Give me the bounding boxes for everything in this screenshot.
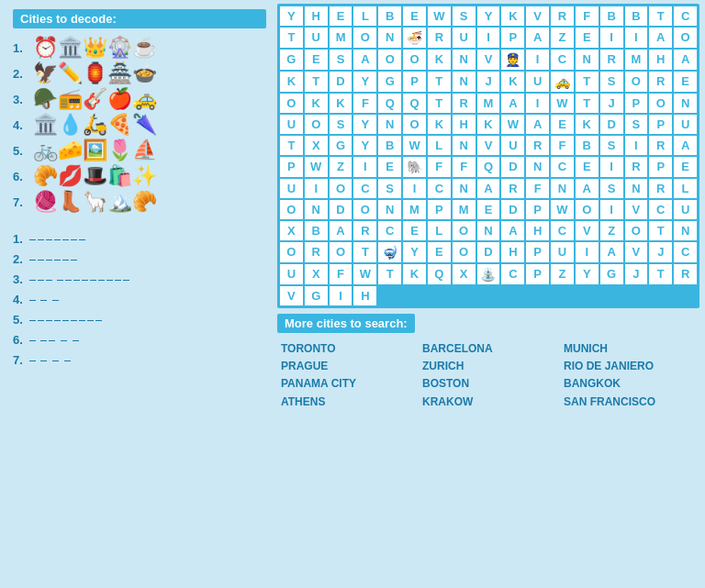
grid-cell: U: [305, 28, 328, 48]
city-item-1: 1. ⏰🏛️👑🎡☕: [13, 38, 266, 58]
grid-cell: D: [330, 72, 352, 92]
grid-cell: 🤿: [378, 242, 401, 262]
grid-cell: R: [625, 157, 648, 177]
grid-cell: N: [378, 28, 401, 48]
grid-cell: E: [403, 221, 426, 240]
grid-cell: B: [576, 136, 599, 155]
grid-cell: W: [353, 264, 376, 284]
answers-section: 1. 2. 3. 4. 5. 6. 7.: [13, 232, 266, 367]
grid-cell: K: [305, 94, 328, 113]
grid-cell: C: [674, 6, 697, 26]
grid-cell: E: [403, 6, 426, 26]
grid-cell: O: [280, 200, 303, 219]
city-san-francisco: SAN FRANCISCO: [564, 394, 696, 411]
grid-cell: N: [453, 50, 476, 70]
grid-cell: R: [600, 50, 623, 70]
grid-cell: U: [501, 136, 524, 155]
grid-cell: N: [477, 221, 500, 240]
grid-cell: D: [501, 200, 524, 219]
grid-cell: C: [551, 221, 574, 240]
grid-cell: H: [526, 221, 549, 240]
grid-cell: B: [378, 136, 401, 155]
grid-cell: K: [501, 72, 524, 92]
grid-cell: J: [625, 264, 648, 284]
grid-cell: L: [428, 221, 451, 240]
grid-cell: 🍜: [403, 28, 426, 48]
grid-cell: T: [428, 94, 451, 113]
grid-cell: T: [378, 264, 401, 284]
grid-cell: A: [674, 136, 697, 155]
grid-cell: U: [526, 72, 549, 92]
grid-cell: C: [551, 157, 574, 177]
grid-cell: S: [453, 6, 476, 26]
city-item-3: 3. 🪖📻🎸🍎🚕: [13, 89, 266, 109]
grid-cell: N: [674, 94, 697, 113]
grid-cell: Y: [353, 72, 376, 92]
grid-cell: R: [453, 94, 476, 113]
grid-cell: I: [600, 200, 623, 219]
city-1-emojis: ⏰🏛️👑🎡☕: [33, 38, 157, 58]
grid-cell: A: [353, 50, 376, 70]
grid-cell: E: [551, 115, 574, 134]
grid-cell: P: [526, 264, 549, 284]
grid-cell: U: [280, 179, 303, 198]
grid-cell: M: [477, 94, 500, 113]
grid-cell: X: [453, 264, 476, 284]
grid-cell: Y: [477, 6, 500, 26]
city-4-emojis: 🏛️💧🛵🍕🌂: [33, 115, 157, 135]
grid-cell: P: [526, 242, 549, 262]
city-7-emojis: 🧶👢🦙🏔️🥐: [33, 192, 157, 212]
grid-cell: M: [403, 200, 426, 219]
city-item-4: 4. 🏛️💧🛵🍕🌂: [13, 115, 266, 135]
grid-cell: A: [330, 221, 352, 240]
grid-cell: P: [280, 157, 303, 177]
grid-cell: B: [378, 6, 401, 26]
grid-cell: W: [551, 94, 574, 113]
grid-cell: R: [501, 179, 524, 198]
grid-cell: O: [330, 179, 352, 198]
grid-cell: I: [330, 286, 352, 305]
grid-cell: O: [576, 200, 599, 219]
city-toronto: TORONTO: [281, 340, 413, 358]
grid-cell: O: [280, 242, 303, 262]
cities-decode-title: Cities to decode:: [13, 9, 266, 28]
grid-cell: H: [649, 50, 672, 70]
grid-cell: U: [453, 28, 476, 48]
city-munich: MUNICH: [564, 340, 696, 358]
grid-cell: Y: [576, 264, 599, 284]
grid-cell: A: [501, 221, 524, 240]
cities-col2: BARCELONA ZURICH BOSTON KRAKOW: [422, 340, 554, 411]
grid-cell: O: [305, 115, 328, 134]
grid-cell: L: [353, 6, 376, 26]
grid-cell: F: [453, 157, 476, 177]
city-5-emojis: 🚲🧀🖼️🌷⛵: [33, 140, 157, 161]
city-zurich: ZURICH: [422, 358, 554, 375]
grid-cell: T: [649, 6, 672, 26]
grid-cell: Y: [353, 115, 376, 134]
grid-cell: B: [305, 221, 328, 240]
city-boston: BOSTON: [422, 375, 554, 393]
grid-cell: N: [551, 179, 574, 198]
cities-reference-grid: TORONTO PRAGUE PANAMA CITY ATHENS BARCEL…: [277, 340, 699, 411]
grid-cell: ⛲: [477, 264, 500, 284]
grid-cell: S: [600, 72, 623, 92]
grid-cell: O: [625, 72, 648, 92]
grid-cell: Y: [280, 6, 303, 26]
grid-cell: G: [330, 136, 352, 155]
grid-cell: Z: [551, 28, 574, 48]
answer-5: 5.: [13, 313, 266, 327]
grid-cell: F: [576, 6, 599, 26]
grid-cell: W: [501, 115, 524, 134]
grid-cell: V: [576, 221, 599, 240]
grid-cell: O: [625, 221, 648, 240]
grid-cell: T: [428, 72, 451, 92]
grid-cell: X: [305, 264, 328, 284]
grid-cell: I: [600, 157, 623, 177]
city-panama-city: PANAMA CITY: [281, 375, 413, 393]
grid-cell: A: [674, 50, 697, 70]
grid-cell: S: [330, 50, 352, 70]
grid-cell: C: [649, 200, 672, 219]
grid-cell: E: [576, 28, 599, 48]
grid-cell: K: [477, 115, 500, 134]
grid-cell: O: [674, 28, 697, 48]
